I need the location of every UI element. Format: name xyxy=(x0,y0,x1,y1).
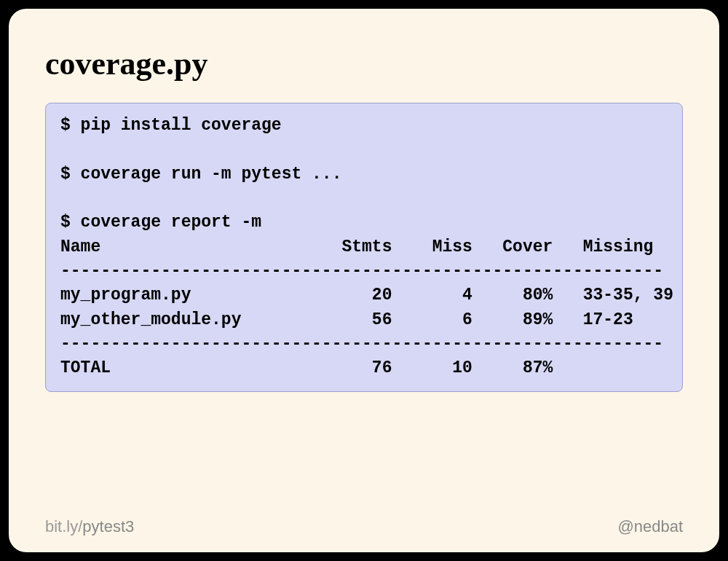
slide-footer: bit.ly/pytest3 @nedbat xyxy=(45,517,683,536)
footer-link: bit.ly/pytest3 xyxy=(45,517,134,536)
slide: coverage.py $ pip install coverage $ cov… xyxy=(9,9,719,552)
footer-link-suffix: pytest3 xyxy=(82,517,134,536)
slide-title: coverage.py xyxy=(45,45,683,82)
footer-link-prefix: bit.ly/ xyxy=(45,517,82,536)
terminal-output: $ pip install coverage $ coverage run -m… xyxy=(45,103,683,392)
footer-author: @nedbat xyxy=(617,517,683,536)
